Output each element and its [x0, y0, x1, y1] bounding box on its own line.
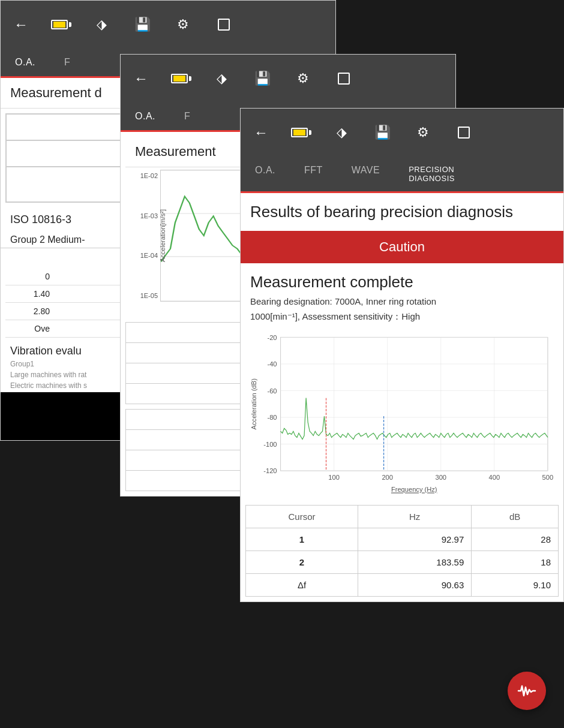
table-hz-1: 92.97: [358, 528, 471, 551]
svg-text:-20: -20: [267, 333, 277, 341]
toolbar-1: ← ⬗ 💾 ⚙: [1, 1, 335, 49]
table-row-2: 2 183.59 18: [246, 551, 559, 574]
table-cursor-delta: Δf: [246, 574, 358, 597]
save-icon-1[interactable]: 💾: [131, 14, 153, 35]
save-icon-3[interactable]: 💾: [371, 122, 393, 143]
tabs-3: O.A. FFT WAVE PRECISIONDIAGNOSIS: [241, 157, 563, 193]
settings-icon-2[interactable]: ⚙: [292, 68, 314, 89]
complete-title: Measurement complete: [241, 268, 563, 294]
bearing-info: Bearing designation: 7000A, Inner ring r…: [241, 294, 563, 309]
bluetooth-icon-1[interactable]: ⬗: [91, 14, 112, 35]
data-val-4: Ove: [5, 320, 53, 337]
tab-wave-3[interactable]: WAVE: [337, 157, 394, 191]
bluetooth-icon-2[interactable]: ⬗: [211, 68, 232, 89]
y-label-2-4: 1E-05: [130, 292, 158, 299]
table-header-hz: Hz: [358, 506, 471, 528]
tab-f-1[interactable]: F: [50, 49, 85, 76]
tab-oa-1[interactable]: O.A.: [1, 49, 50, 76]
data-table-3: Cursor Hz dB 1 92.97 28 2 183.59 18 Δf 9…: [245, 505, 559, 597]
table-row-delta: Δf 90.63 9.10: [246, 574, 559, 597]
svg-text:500: 500: [542, 474, 554, 481]
toolbar-2: ← ⬗ 💾 ⚙: [121, 55, 455, 103]
battery-icon-2: [171, 74, 191, 83]
svg-text:-120: -120: [263, 467, 277, 474]
fft-chart-container: -20 -40 -60 -80 -100 -120 Acceleration (…: [250, 332, 554, 500]
data-val-2: 1.40: [5, 285, 53, 302]
table-cursor-1: 1: [246, 528, 358, 551]
tab-oa-2[interactable]: O.A.: [121, 103, 170, 130]
save-icon-2[interactable]: 💾: [251, 68, 273, 89]
caution-bar: Caution: [241, 231, 563, 263]
svg-text:300: 300: [435, 474, 446, 481]
sensitivity-info: 1000[min⁻¹], Assessment sensitivity：High: [241, 309, 563, 327]
tab-oa-3[interactable]: O.A.: [241, 157, 290, 191]
table-db-1: 28: [472, 528, 559, 551]
svg-text:400: 400: [489, 474, 500, 481]
svg-text:100: 100: [328, 474, 340, 481]
svg-rect-4: [281, 337, 548, 471]
table-db-delta: 9.10: [472, 574, 559, 597]
svg-text:-60: -60: [267, 387, 277, 395]
svg-text:Frequency (Hz): Frequency (Hz): [391, 486, 437, 494]
y-axis-labels-2: 1E-02 1E-03 1E-04 1E-05: [128, 170, 160, 302]
result-title: Results of bearing precision diagnosis: [241, 193, 563, 231]
svg-text:Acceleration (dB): Acceleration (dB): [250, 378, 257, 430]
table-db-2: 18: [472, 551, 559, 574]
tab-precision-3[interactable]: PRECISIONDIAGNOSIS: [394, 157, 469, 191]
svg-text:-40: -40: [267, 360, 277, 368]
tab-fft-3[interactable]: FFT: [290, 157, 337, 191]
table-hz-2: 183.59: [358, 551, 471, 574]
square-icon-1[interactable]: [213, 14, 235, 35]
y-label-2-1: 1E-02: [130, 172, 158, 179]
y-label-2-3: 1E-04: [130, 252, 158, 259]
settings-icon-1[interactable]: ⚙: [172, 14, 194, 35]
table-header-db: dB: [472, 506, 559, 528]
back-button-3[interactable]: ←: [250, 122, 272, 143]
back-button-2[interactable]: ←: [130, 68, 152, 89]
square-icon-2[interactable]: [333, 68, 355, 89]
waveform-icon: [517, 681, 536, 700]
table-row-1: 1 92.97 28: [246, 528, 559, 551]
data-val-1: 0: [5, 268, 53, 285]
back-button-1[interactable]: ←: [10, 14, 32, 35]
table-cursor-2: 2: [246, 551, 358, 574]
y-label-2-2: 1E-03: [130, 212, 158, 219]
window-3: ← ⬗ 💾 ⚙ O.A. FFT WAVE PRECISIONDIAGNOSIS…: [240, 108, 564, 602]
square-icon-3[interactable]: [453, 122, 475, 143]
table-hz-delta: 90.63: [358, 574, 471, 597]
fab-button[interactable]: [508, 672, 546, 710]
table-header-cursor: Cursor: [246, 506, 358, 528]
tab-f-2[interactable]: F: [170, 103, 205, 130]
svg-text:-100: -100: [263, 441, 277, 448]
svg-text:200: 200: [382, 474, 393, 481]
data-val-3: 2.80: [5, 303, 53, 320]
battery-icon-3: [291, 128, 311, 137]
svg-text:-80: -80: [267, 414, 277, 421]
y-axis-label-2: Acceleration[m/s²]: [159, 209, 166, 262]
bluetooth-icon-3[interactable]: ⬗: [331, 122, 352, 143]
settings-icon-3[interactable]: ⚙: [412, 122, 434, 143]
fft-chart-svg: -20 -40 -60 -80 -100 -120 Acceleration (…: [250, 332, 554, 500]
toolbar-3: ← ⬗ 💾 ⚙: [241, 109, 563, 157]
battery-icon-1: [51, 20, 71, 29]
